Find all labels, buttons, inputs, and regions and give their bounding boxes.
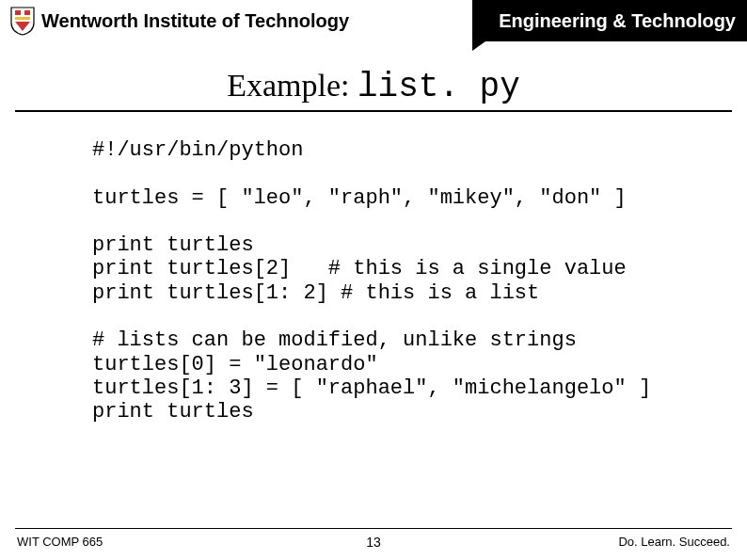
page-number: 13 — [366, 535, 381, 550]
slide-title: Example: list. py — [0, 68, 747, 106]
slide-header: Wentworth Institute of Technology Engine… — [0, 0, 747, 41]
department-tab: Engineering & Technology — [472, 0, 747, 41]
title-prefix: Example: — [227, 68, 358, 103]
svg-rect-1 — [24, 10, 30, 15]
svg-rect-0 — [15, 10, 21, 15]
footer-divider — [15, 528, 732, 529]
slide-footer: WIT COMP 665 13 Do. Learn. Succeed. — [0, 528, 747, 549]
code-block: #!/usr/bin/python turtles = [ "leo", "ra… — [92, 138, 747, 424]
slide-title-area: Example: list. py — [0, 68, 747, 112]
department-name: Engineering & Technology — [499, 10, 736, 32]
title-divider — [15, 110, 732, 112]
institution-name: Wentworth Institute of Technology — [41, 10, 349, 32]
footer-motto: Do. Learn. Succeed. — [618, 535, 730, 549]
institution-shield-icon — [9, 6, 36, 36]
title-filename: list. py — [358, 68, 520, 106]
svg-rect-2 — [15, 17, 30, 20]
course-code: WIT COMP 665 — [17, 535, 103, 549]
